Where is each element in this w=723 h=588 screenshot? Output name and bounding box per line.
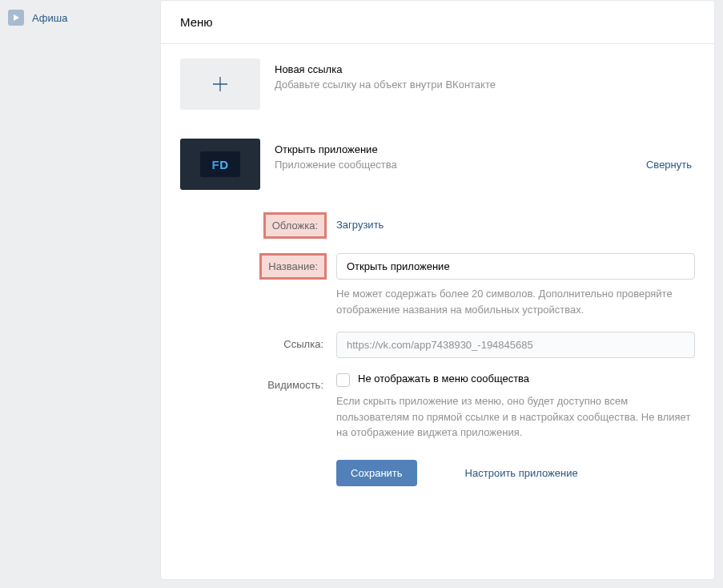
sidebar-item-afisha[interactable]: Афиша (0, 5, 160, 30)
name-label: Название: (259, 253, 327, 280)
cover-label: Обложка: (263, 212, 327, 239)
new-link-desc: Добавьте ссылку на объект внутри ВКонтак… (275, 79, 695, 91)
main-panel: Меню Новая ссылка Добавьте ссылку на объ… (160, 0, 715, 580)
visibility-checkbox[interactable] (336, 373, 350, 387)
upload-cover-link[interactable]: Загрузить (336, 212, 384, 231)
visibility-checkbox-label: Не отображать в меню сообщества (358, 373, 529, 385)
name-help-text: Не может содержать более 20 символов. До… (336, 286, 695, 317)
plus-icon (209, 73, 231, 95)
app-item-row: FD Открыть приложение Приложение сообщес… (161, 124, 714, 204)
sidebar: Афиша (0, 0, 160, 588)
configure-app-link[interactable]: Настроить приложение (465, 467, 578, 479)
add-link-button[interactable] (180, 58, 260, 110)
app-item-desc: Приложение сообщества (275, 159, 646, 171)
play-icon (8, 10, 24, 26)
page-title: Меню (161, 1, 714, 44)
visibility-help-text: Если скрыть приложение из меню, оно буде… (336, 393, 695, 441)
name-input[interactable] (336, 253, 695, 280)
collapse-link[interactable]: Свернуть (646, 159, 695, 171)
new-link-row: Новая ссылка Добавьте ссылку на объект в… (161, 44, 714, 124)
sidebar-item-label: Афиша (32, 12, 67, 24)
save-button[interactable]: Сохранить (336, 460, 417, 486)
app-edit-form: Обложка: Загрузить Название: Не может со… (161, 204, 714, 520)
new-link-title: Новая ссылка (275, 63, 695, 75)
link-input[interactable] (336, 332, 695, 358)
app-item-title: Открыть приложение (275, 143, 646, 155)
visibility-label: Видимость: (180, 373, 336, 391)
link-label: Ссылка: (180, 332, 336, 350)
app-thumbnail[interactable]: FD (180, 139, 260, 190)
